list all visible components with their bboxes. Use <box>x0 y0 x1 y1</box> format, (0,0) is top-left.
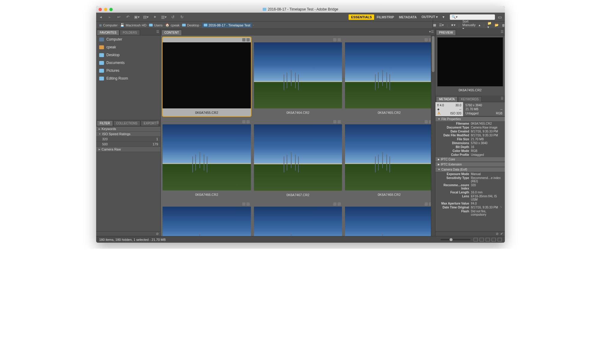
favorite-home[interactable]: cpeak <box>96 43 160 51</box>
thumbnail-card[interactable]: 0K6A7468.CR2 <box>345 119 433 198</box>
metadata-row: Color ModeRGB <box>435 149 505 153</box>
filter-iso-320[interactable]: 3201 <box>96 137 160 142</box>
open-icon[interactable]: ▤▾ <box>143 14 148 20</box>
tab-keywords[interactable]: KEYWORDS <box>458 96 481 102</box>
metadata-row: LensEF16-35mm f/4L IS USM <box>435 194 505 202</box>
tab-favorites[interactable]: FAVORITES <box>97 30 119 35</box>
refine-icon[interactable]: ✦ <box>152 14 157 20</box>
search-input[interactable]: 🔍▾ <box>450 14 495 20</box>
back-button[interactable]: ◂ <box>98 14 103 20</box>
thumbnail-card[interactable] <box>163 202 251 236</box>
sort-asc-icon[interactable]: ▴ <box>479 23 480 27</box>
panel-menu-icon[interactable]: ☰ <box>501 96 504 100</box>
crumb-users[interactable]: Users <box>149 23 163 27</box>
crumb-hd[interactable]: 💾Macintosh HD <box>120 23 146 27</box>
compact-mode-icon[interactable]: ▭ <box>498 15 502 20</box>
zoom-icon[interactable] <box>109 8 113 11</box>
workspace-more[interactable]: ▾ <box>440 14 447 20</box>
open-recent-icon[interactable]: 📂 <box>495 23 499 27</box>
new-folder-icon[interactable]: 📁▾ <box>487 21 492 29</box>
tab-folders[interactable]: FOLDERS <box>120 30 140 35</box>
panel-menu-icon[interactable]: ☰ <box>156 30 159 34</box>
boomerang-icon[interactable]: ↶ <box>125 14 130 20</box>
view-list-icon[interactable]: ☰▾ <box>439 23 444 27</box>
thumbnail-card[interactable]: 0K6A7464.CR2 <box>254 37 342 116</box>
favorite-computer[interactable]: Computer <box>96 35 160 43</box>
reveal-button[interactable]: ↩ <box>116 14 121 20</box>
tab-preview[interactable]: PREVIEW <box>436 30 456 35</box>
view-mode-2-icon[interactable] <box>486 238 490 241</box>
thumbnail-card[interactable] <box>254 202 342 236</box>
content-tabs: CONTENT ▾☰ <box>161 29 435 35</box>
tab-filter[interactable]: FILTER <box>97 120 113 126</box>
lock-thumb-icon[interactable] <box>474 238 478 241</box>
filter-iso-header[interactable]: ▼ISO Speed Ratings <box>96 132 160 137</box>
section-file-properties[interactable]: ▼File Properties <box>435 117 505 122</box>
panel-menu-icon[interactable]: ☰ <box>501 30 504 34</box>
crop-badge-icon <box>246 202 250 206</box>
favorite-editing[interactable]: Editing Room <box>96 74 160 82</box>
filter-keywords-header[interactable]: ▶Keywords <box>96 126 160 132</box>
computer-icon <box>99 38 104 41</box>
view-mode-4-icon[interactable] <box>498 238 502 241</box>
filter-panel: ▶Keywords ▼ISO Speed Ratings 3201 500179… <box>96 126 160 231</box>
thumbnail-filename: 0K6A7464.CR2 <box>286 108 309 116</box>
scrollbar[interactable] <box>431 35 435 236</box>
workspace-essentials[interactable]: ESSENTIALS <box>349 14 374 20</box>
section-camera-data[interactable]: ▼Camera Data (Exif) <box>435 167 505 172</box>
favorite-desktop[interactable]: Desktop <box>96 51 160 59</box>
thumbnail-image <box>345 124 433 190</box>
workspace-output[interactable]: OUTPUT ▾ <box>419 14 440 20</box>
cancel-icon[interactable]: ⊘ <box>496 232 499 236</box>
filter-cameraraw-header[interactable]: ▶Camera Raw <box>96 147 160 152</box>
crumb-current[interactable]: 2016-08-17 - Timelapse Test <box>202 23 252 28</box>
camera-icon[interactable]: ▣▾ <box>134 14 139 20</box>
settings-badge-icon <box>333 38 337 41</box>
view-grid-icon[interactable]: ▦ <box>433 23 436 27</box>
thumbnail-card[interactable]: 0K6A7467.CR2 <box>254 119 342 198</box>
preview-image[interactable] <box>437 37 503 86</box>
forward-button[interactable]: ▸ <box>107 14 112 20</box>
section-iptc-ext[interactable]: ▶IPTC Extension <box>435 162 505 167</box>
crumb-cpeak[interactable]: 🏠cpeak <box>165 23 179 27</box>
metadata-placard: f/ 4.030.0 ◈-- ⛹ISO 320 5760 x 3840 21.7… <box>435 102 505 117</box>
filter-iso-500[interactable]: 500179 <box>96 142 160 147</box>
view-mode-1-icon[interactable] <box>480 238 484 241</box>
edit-icon[interactable]: ✎ <box>500 206 502 209</box>
person-icon: ⛹ <box>437 112 441 115</box>
rotate-cw-icon[interactable]: ↻ <box>179 14 185 20</box>
panel-menu-icon[interactable]: ▾☰ <box>429 30 434 34</box>
recent-icon[interactable]: ▥▾ <box>161 14 166 20</box>
thumbnail-card[interactable]: 0K6A7466.CR2 <box>163 119 251 198</box>
tab-content[interactable]: CONTENT <box>161 30 182 35</box>
cancel-icon[interactable]: ⊘ <box>156 232 159 236</box>
apply-icon[interactable]: ✔ <box>500 232 503 236</box>
tab-collections[interactable]: COLLECTIONS <box>113 120 141 126</box>
star-filter-icon[interactable]: ★▾ <box>451 23 456 27</box>
favorite-documents[interactable]: Documents <box>96 59 160 67</box>
tab-metadata[interactable]: METADATA <box>436 96 458 102</box>
favorite-pictures[interactable]: Pictures <box>96 67 160 74</box>
minimize-icon[interactable] <box>104 8 107 11</box>
trash-icon[interactable]: 🗑 <box>502 23 505 27</box>
panel-menu-icon[interactable]: ☰ <box>156 120 159 124</box>
section-iptc-core[interactable]: ▶IPTC Core <box>435 157 505 162</box>
workspace-metadata[interactable]: METADATA <box>396 14 419 20</box>
thumbnail-card[interactable]: 0K6A7455.CR2 <box>163 37 251 116</box>
thumbnail-card[interactable]: 0K6A7465.CR2 <box>345 37 433 116</box>
metadata-row: Date Created8/17/16, 9:35:33 PM <box>435 129 505 133</box>
thumbnail-size-slider[interactable] <box>441 239 471 240</box>
crumb-desktop[interactable]: Desktop <box>182 23 199 27</box>
close-icon[interactable] <box>99 8 102 11</box>
view-mode-3-icon[interactable] <box>492 238 496 241</box>
metadata-row: Filename0K6A7455.CR2 <box>435 122 505 126</box>
preview-panel: 0K6A7455.CR2 <box>435 35 505 96</box>
rotate-ccw-icon[interactable]: ↺ <box>170 14 175 20</box>
thumbnail-card[interactable] <box>345 202 433 236</box>
crumb-computer[interactable]: 🖥Computer <box>99 23 117 27</box>
workspace-filmstrip[interactable]: FILMSTRIP <box>374 14 396 20</box>
thumbnail-image <box>254 207 342 236</box>
path-bar: 🖥Computer› 💾Macintosh HD› Users› 🏠cpeak›… <box>96 22 505 29</box>
folder-icon <box>99 77 104 80</box>
metadata-row: Date File Modified8/17/16, 9:35:33 PM <box>435 133 505 137</box>
